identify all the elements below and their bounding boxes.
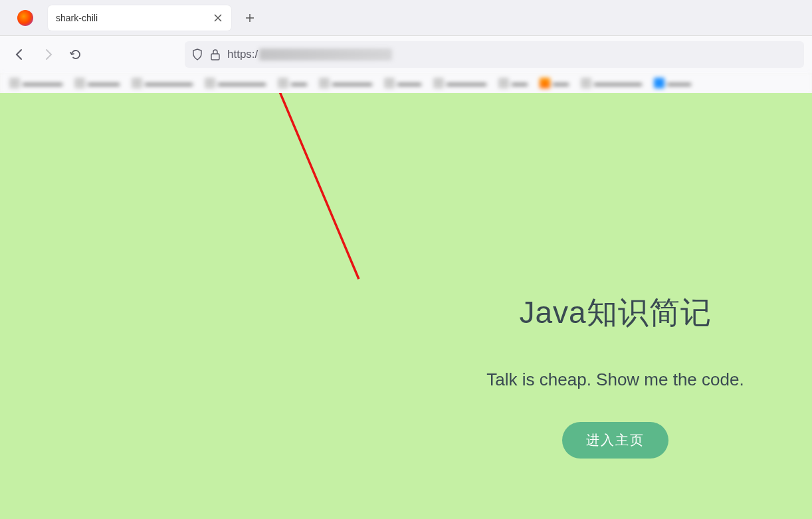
new-tab-button[interactable] [239, 7, 260, 29]
bookmark-item[interactable]: ▬▬▬▬ [74, 78, 120, 88]
page-content: Java知识简记 Talk is cheap. Show me the code… [0, 93, 812, 519]
svg-rect-0 [211, 54, 219, 60]
enter-homepage-button[interactable]: 进入主页 [562, 422, 668, 459]
url-redacted [259, 49, 392, 60]
close-tab-button[interactable] [213, 13, 223, 23]
page-title: Java知识简记 [456, 292, 775, 334]
tab-title: shark-chili [56, 13, 213, 23]
browser-tab[interactable]: shark-chili [48, 5, 231, 31]
bookmark-item[interactable]: ▬▬ [278, 78, 307, 88]
back-button[interactable] [8, 43, 32, 66]
bookmark-item[interactable]: ▬▬▬ [384, 78, 421, 88]
page-subtitle: Talk is cheap. Show me the code. [456, 369, 775, 390]
reload-button[interactable] [64, 43, 88, 66]
bookmark-item[interactable]: ▬▬▬▬▬ [433, 78, 486, 88]
bookmark-item[interactable]: ▬▬▬▬▬▬ [132, 78, 193, 88]
lock-icon [210, 49, 221, 60]
bookmark-item[interactable]: ▬▬ [540, 78, 569, 88]
bookmark-item[interactable]: ▬▬▬▬▬▬ [205, 78, 266, 88]
tab-bar: shark-chili [0, 0, 812, 36]
forward-button[interactable] [36, 43, 60, 66]
bookmark-item[interactable]: ▬▬▬▬▬ [319, 78, 372, 88]
annotation-arrow-icon [259, 93, 392, 326]
bookmark-item[interactable]: ▬▬▬ [654, 78, 691, 88]
plus-icon [245, 13, 254, 23]
hero-section: Java知识简记 Talk is cheap. Show me the code… [456, 292, 775, 459]
firefox-logo-icon [17, 10, 33, 26]
arrow-left-icon [14, 49, 26, 60]
arrow-right-icon [42, 49, 54, 60]
close-icon [214, 14, 222, 22]
bookmark-item[interactable]: ▬▬▬▬▬▬ [581, 78, 642, 88]
bookmark-item[interactable]: ▬▬ [498, 78, 528, 88]
reload-icon [70, 49, 82, 60]
svg-line-2 [268, 93, 359, 279]
bookmark-item[interactable]: ▬▬▬▬▬ [9, 78, 62, 88]
shield-icon [191, 49, 203, 60]
url-text: https:/ [227, 48, 392, 61]
bookmarks-bar: ▬▬▬▬▬ ▬▬▬▬ ▬▬▬▬▬▬ ▬▬▬▬▬▬ ▬▬ ▬▬▬▬▬ ▬▬▬ ▬▬… [0, 73, 812, 93]
address-bar[interactable]: https:/ [185, 41, 804, 68]
nav-bar: https:/ [0, 36, 812, 73]
